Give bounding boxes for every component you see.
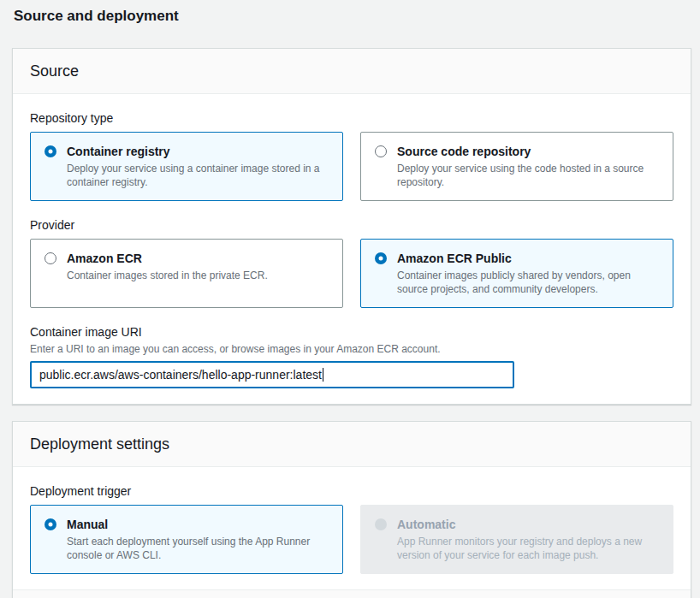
container-image-uri-label: Container image URI: [30, 323, 673, 340]
tile-manual-label: Manual: [67, 516, 329, 533]
radio-amazon-ecr-icon[interactable]: [44, 252, 56, 264]
tile-content: Automatic App Runner monitors your regis…: [397, 516, 659, 563]
deployment-settings-title: Deployment settings: [30, 435, 673, 453]
tile-automatic: Automatic App Runner monitors your regis…: [360, 505, 673, 574]
tile-amazon-ecr-public-description: Container images publicly shared by vend…: [397, 269, 659, 296]
tile-amazon-ecr[interactable]: Amazon ECR Container images stored in th…: [30, 239, 343, 308]
tile-amazon-ecr-description: Container images stored in the private E…: [67, 269, 268, 282]
tile-container-registry[interactable]: Container registry Deploy your service u…: [30, 132, 343, 201]
tile-content: Manual Start each deployment yourself us…: [67, 516, 329, 563]
source-card-header: Source: [13, 49, 691, 94]
provider-label: Provider: [30, 216, 673, 234]
deployment-trigger-group: Deployment trigger Manual Start each dep…: [30, 483, 673, 574]
tile-container-registry-description: Deploy your service using a container im…: [67, 162, 329, 189]
radio-automatic-icon: [375, 518, 387, 530]
deployment-settings-header: Deployment settings: [13, 422, 691, 467]
tile-manual-description: Start each deployment yourself using the…: [67, 535, 329, 562]
container-image-uri-input[interactable]: public.ecr.aws/aws-containers/hello-app-…: [30, 361, 514, 388]
repository-type-group: Repository type Container registry Deplo…: [30, 110, 673, 201]
radio-amazon-ecr-public-icon[interactable]: [375, 252, 387, 264]
page-title: Source and deployment: [0, 0, 700, 25]
deployment-settings-divider: [13, 589, 691, 598]
source-card-body: Repository type Container registry Deplo…: [13, 94, 691, 404]
source-card-title: Source: [30, 62, 673, 80]
repository-type-tiles: Container registry Deploy your service u…: [30, 132, 673, 201]
tile-amazon-ecr-label: Amazon ECR: [67, 250, 268, 267]
container-image-uri-value: public.ecr.aws/aws-containers/hello-app-…: [39, 368, 322, 382]
radio-container-registry-icon[interactable]: [44, 145, 56, 157]
tile-content: Container registry Deploy your service u…: [67, 143, 329, 190]
tile-automatic-label: Automatic: [397, 516, 659, 533]
deployment-trigger-label: Deployment trigger: [30, 483, 673, 500]
tile-content: Amazon ECR Public Container images publi…: [397, 250, 659, 297]
tile-amazon-ecr-public[interactable]: Amazon ECR Public Container images publi…: [360, 239, 673, 308]
container-image-uri-helper: Enter a URI to an image you can access, …: [30, 342, 673, 356]
tile-amazon-ecr-public-label: Amazon ECR Public: [397, 250, 659, 267]
deployment-trigger-tiles: Manual Start each deployment yourself us…: [30, 505, 673, 574]
tile-content: Amazon ECR Container images stored in th…: [67, 250, 268, 297]
tile-container-registry-label: Container registry: [67, 143, 329, 160]
tile-content: Source code repository Deploy your servi…: [397, 143, 659, 190]
tile-source-code-repository-description: Deploy your service using the code hoste…: [397, 162, 659, 189]
text-cursor: [323, 368, 323, 382]
tile-manual[interactable]: Manual Start each deployment yourself us…: [30, 505, 343, 574]
source-card: Source Repository type Container registr…: [12, 48, 691, 405]
radio-manual-icon[interactable]: [44, 518, 56, 530]
repository-type-label: Repository type: [30, 110, 673, 127]
radio-source-code-repository-icon[interactable]: [375, 145, 387, 157]
tile-source-code-repository-label: Source code repository: [397, 143, 659, 160]
deployment-settings-body: Deployment trigger Manual Start each dep…: [13, 467, 691, 589]
provider-tiles: Amazon ECR Container images stored in th…: [30, 239, 673, 308]
deployment-settings-card: Deployment settings Deployment trigger M…: [12, 421, 691, 598]
tile-automatic-description: App Runner monitors your registry and de…: [397, 535, 659, 562]
container-image-uri-group: Container image URI Enter a URI to an im…: [30, 323, 673, 388]
provider-group: Provider Amazon ECR Container images sto…: [30, 216, 673, 308]
tile-source-code-repository[interactable]: Source code repository Deploy your servi…: [360, 132, 673, 201]
